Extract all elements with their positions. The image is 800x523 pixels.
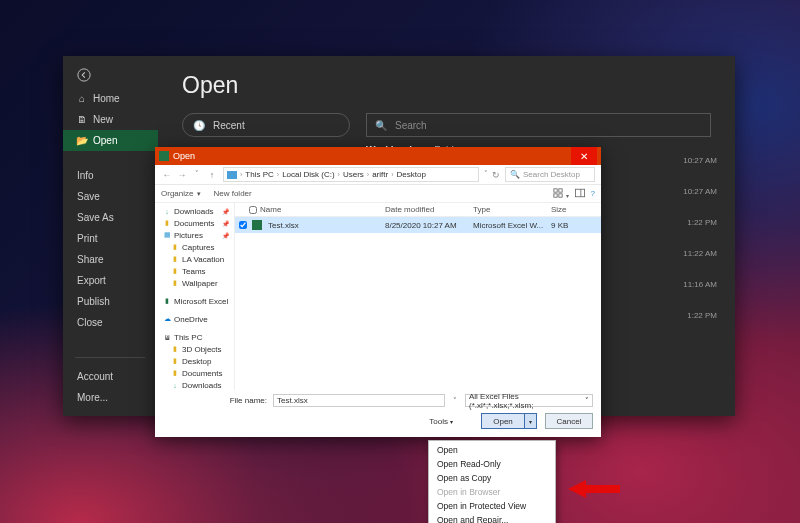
nav-forward[interactable]: → xyxy=(176,170,188,180)
menu-item-open-and-repair[interactable]: Open and Repair... xyxy=(429,513,555,523)
breadcrumb-part[interactable]: This PC xyxy=(245,170,273,179)
view-options-button[interactable]: ▾ xyxy=(553,188,568,200)
tree-item-downloads[interactable]: ↓Downloads xyxy=(155,205,234,217)
tree-item-documents[interactable]: ▮Documents xyxy=(155,217,234,229)
chevron-down-icon: ▾ xyxy=(197,190,201,198)
file-name-input[interactable]: Test.xlsx xyxy=(273,394,445,407)
sidebar-item-save-as[interactable]: Save As xyxy=(63,207,158,228)
sidebar-item-save[interactable]: Save xyxy=(63,186,158,207)
sidebar-item-home[interactable]: ⌂Home xyxy=(63,88,158,109)
recent-time: 11:22 AM xyxy=(637,249,717,258)
excel-file-icon xyxy=(252,220,262,230)
sidebar-item-account[interactable]: Account xyxy=(75,366,145,387)
folder-icon: ▮ xyxy=(171,345,179,353)
sidebar-item-more[interactable]: More... xyxy=(75,387,145,408)
file-list-area: Name Date modified Type Size Test.xlsx 8… xyxy=(235,203,601,396)
folder-icon: ▮ xyxy=(171,357,179,365)
organize-button[interactable]: Organize xyxy=(161,189,193,198)
tree-item-captures[interactable]: ▮Captures xyxy=(155,241,234,253)
preview-pane-button[interactable] xyxy=(575,188,585,200)
tree-item-onedrive[interactable]: ☁OneDrive xyxy=(155,313,234,325)
refresh-button[interactable]: ↻ xyxy=(492,170,500,180)
onedrive-icon: ☁ xyxy=(163,315,171,323)
chevron-right-icon: › xyxy=(367,171,369,178)
open-file-dialog: Open ✕ ← → ˅ ↑ › This PC › Local Disk (C… xyxy=(155,147,601,437)
menu-item-open-read-only[interactable]: Open Read-Only xyxy=(429,457,555,471)
tree-item-this-pc[interactable]: 🖥This PC xyxy=(155,331,234,343)
tree-item-la-vacation[interactable]: ▮LA Vacation xyxy=(155,253,234,265)
tree-item-wallpaper[interactable]: ▮Wallpaper xyxy=(155,277,234,289)
dialog-close-button[interactable]: ✕ xyxy=(571,147,597,165)
pc-icon xyxy=(227,171,237,179)
tree-item-teams[interactable]: ▮Teams xyxy=(155,265,234,277)
file-checkbox[interactable] xyxy=(239,221,247,229)
breadcrumb-part[interactable]: Users xyxy=(343,170,364,179)
nav-history[interactable]: ˅ xyxy=(191,170,203,180)
nav-up[interactable]: ↑ xyxy=(206,170,218,180)
sidebar-item-export[interactable]: Export xyxy=(63,270,158,291)
breadcrumb-dropdown[interactable]: ˅ xyxy=(484,170,488,180)
svg-rect-1 xyxy=(554,188,557,191)
svg-rect-2 xyxy=(559,188,562,191)
recent-time: 11:16 AM xyxy=(637,280,717,289)
breadcrumb-part[interactable]: Desktop xyxy=(397,170,426,179)
chevron-right-icon: › xyxy=(277,171,279,178)
sidebar-item-print[interactable]: Print xyxy=(63,228,158,249)
recent-pill[interactable]: 🕓 Recent xyxy=(182,113,350,137)
tree-item-documents2[interactable]: ▮Documents xyxy=(155,367,234,379)
clock-icon: 🕓 xyxy=(193,120,205,131)
help-button[interactable]: ? xyxy=(591,189,595,198)
folder-tree[interactable]: ↓Downloads ▮Documents ▦Pictures ▮Capture… xyxy=(155,203,235,396)
documents-icon: ▮ xyxy=(163,219,171,227)
col-size-label[interactable]: Size xyxy=(551,205,601,214)
breadcrumb-part[interactable]: ariftr xyxy=(372,170,388,179)
svg-point-0 xyxy=(78,69,90,81)
sidebar-item-label: Info xyxy=(77,170,94,181)
folder-icon: ▮ xyxy=(171,255,179,263)
pc-icon: 🖥 xyxy=(163,333,171,341)
recent-file-times: 10:27 AM 10:27 AM 1:22 PM 11:22 AM 11:16… xyxy=(637,156,717,342)
tree-item-desktop[interactable]: ▮Desktop xyxy=(155,355,234,367)
tree-item-3d-objects[interactable]: ▮3D Objects xyxy=(155,343,234,355)
file-row[interactable]: Test.xlsx 8/25/2020 10:27 AM Microsoft E… xyxy=(235,217,601,233)
sidebar-item-share[interactable]: Share xyxy=(63,249,158,270)
search-box[interactable]: 🔍 Search xyxy=(366,113,711,137)
sidebar-item-publish[interactable]: Publish xyxy=(63,291,158,312)
search-icon: 🔍 xyxy=(510,170,520,179)
back-button[interactable] xyxy=(63,56,158,88)
cancel-button[interactable]: Cancel xyxy=(545,413,593,429)
new-folder-button[interactable]: New folder xyxy=(213,189,251,198)
file-name-label: File name: xyxy=(223,396,267,405)
sidebar-item-label: New xyxy=(93,114,113,125)
open-button-dropdown[interactable]: ▾ xyxy=(525,413,537,429)
nav-back[interactable]: ← xyxy=(161,170,173,180)
tools-dropdown[interactable]: Tools▾ xyxy=(429,417,453,426)
tree-item-pictures[interactable]: ▦Pictures xyxy=(155,229,234,241)
breadcrumb-part[interactable]: Local Disk (C:) xyxy=(282,170,334,179)
address-bar[interactable]: › This PC › Local Disk (C:) › Users › ar… xyxy=(223,167,479,182)
tree-item-excel[interactable]: ▮Microsoft Excel xyxy=(155,295,234,307)
col-name-label[interactable]: Name xyxy=(260,205,281,214)
folder-icon: ▮ xyxy=(171,243,179,251)
col-date-label[interactable]: Date modified xyxy=(385,205,473,214)
menu-item-open-as-copy[interactable]: Open as Copy xyxy=(429,471,555,485)
sidebar-item-new[interactable]: 🗎New xyxy=(63,109,158,130)
select-all-checkbox[interactable] xyxy=(249,206,257,214)
chevron-right-icon: › xyxy=(391,171,393,178)
col-type-label[interactable]: Type xyxy=(473,205,551,214)
file-type-filter[interactable]: All Excel Files (*.xl*;*.xlsx;*.xlsm;˅ xyxy=(465,394,593,407)
dialog-search[interactable]: 🔍 Search Desktop xyxy=(505,167,595,182)
menu-item-open-protected-view[interactable]: Open in Protected View xyxy=(429,499,555,513)
chevron-down-icon: ▾ xyxy=(450,418,453,425)
sidebar-item-close[interactable]: Close xyxy=(63,312,158,333)
sidebar-item-label: Save xyxy=(77,191,100,202)
dialog-titlebar[interactable]: Open ✕ xyxy=(155,147,601,165)
file-name-dropdown[interactable]: ˅ xyxy=(451,397,459,405)
menu-item-open[interactable]: Open xyxy=(429,443,555,457)
dialog-bottom: File name: Test.xlsx ˅ All Excel Files (… xyxy=(155,390,601,437)
open-button[interactable]: Open xyxy=(481,413,525,429)
sidebar-item-open[interactable]: 📂Open xyxy=(63,130,158,151)
sidebar-item-info[interactable]: Info xyxy=(63,165,158,186)
file-name-cell: Test.xlsx xyxy=(268,221,299,230)
red-arrow-icon xyxy=(568,478,620,500)
